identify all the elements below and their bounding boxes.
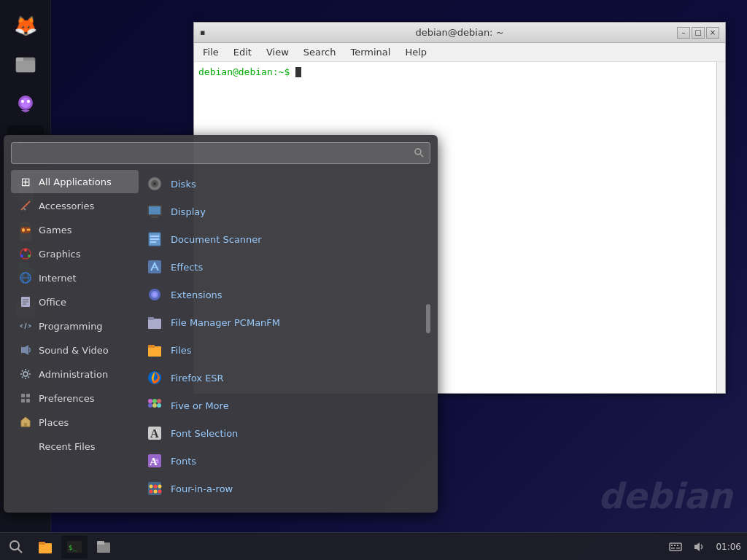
terminal-icon: ▪ <box>200 28 205 37</box>
svg-text:a: a <box>155 456 159 464</box>
svg-rect-69 <box>148 345 155 348</box>
dock-item-files-manager[interactable] <box>7 47 44 83</box>
search-input[interactable] <box>18 148 414 159</box>
category-all[interactable]: ⊞ All Applications <box>11 170 139 193</box>
taskbar-app-finder[interactable] <box>3 535 29 559</box>
terminal-menu-search[interactable]: Search <box>298 45 342 59</box>
app-item-files[interactable]: Files <box>139 336 427 364</box>
category-places[interactable]: Places <box>11 411 139 434</box>
category-office[interactable]: Office <box>11 290 139 314</box>
app-item-display[interactable]: Display <box>139 198 427 225</box>
svg-point-85 <box>158 485 162 489</box>
svg-rect-58 <box>150 236 159 237</box>
app-item-five-or-more[interactable]: Five or More <box>139 392 427 419</box>
app-name-firefox-esr: Firefox ESR <box>171 373 224 384</box>
category-sound-video[interactable]: Sound & Video <box>11 338 139 362</box>
app-item-document-scanner[interactable]: Document Scanner <box>139 225 427 253</box>
category-preferences[interactable]: Preferences <box>11 386 139 410</box>
app-item-font-selection[interactable]: A Font Selection <box>139 419 427 447</box>
app-item-disks[interactable]: Disks <box>139 170 427 198</box>
places-icon <box>18 415 33 429</box>
terminal-menu-file[interactable]: File <box>197 45 225 59</box>
app-name-files: Files <box>171 345 192 356</box>
taskbar-right: 01:06 <box>666 539 744 555</box>
taskbar-terminal[interactable]: $_ <box>61 535 88 559</box>
category-games[interactable]: Games <box>11 218 139 241</box>
menu-body: ⊞ All Applications Accessories <box>11 170 430 505</box>
app-item-four-in-a-row[interactable]: Four-in-a-row <box>139 475 427 502</box>
svg-rect-100 <box>677 545 678 546</box>
all-apps-icon: ⊞ <box>18 174 33 189</box>
terminal-menu-help[interactable]: Help <box>399 45 433 59</box>
taskbar: $_ <box>0 532 747 560</box>
svg-text:$_: $_ <box>69 544 77 551</box>
svg-point-34 <box>28 254 31 257</box>
svg-point-86 <box>150 490 153 494</box>
svg-point-44 <box>23 372 28 376</box>
svg-rect-66 <box>148 319 161 329</box>
dock-item-pidgin[interactable] <box>7 86 44 122</box>
taskbar-keyboard[interactable] <box>666 539 685 555</box>
svg-point-75 <box>152 403 157 408</box>
app-item-firefox-esr[interactable]: Firefox ESR <box>139 364 427 392</box>
apps-list[interactable]: Disks Display <box>139 170 430 505</box>
svg-rect-92 <box>39 542 45 545</box>
graphics-icon <box>18 246 33 261</box>
dock-item-firefox[interactable]: 🦊 <box>7 7 44 44</box>
app-icon-four-in-a-row <box>146 480 163 497</box>
terminal-titlebar: ▪ debian@debian: ~ – □ × <box>194 23 725 43</box>
terminal-menu-edit[interactable]: Edit <box>228 45 258 59</box>
category-accessories[interactable]: Accessories <box>11 194 139 217</box>
svg-point-30 <box>28 229 31 231</box>
terminal-menubar: File Edit View Search Terminal Help <box>194 43 725 62</box>
svg-point-71 <box>148 399 152 403</box>
terminal-minimize-button[interactable]: – <box>677 27 690 39</box>
taskbar-volume[interactable] <box>689 539 708 555</box>
category-places-label: Places <box>39 417 69 428</box>
category-programming[interactable]: Programming <box>11 314 139 338</box>
svg-point-52 <box>153 182 156 185</box>
svg-rect-98 <box>671 545 673 546</box>
svg-point-5 <box>21 100 24 103</box>
taskbar-file-manager[interactable] <box>90 535 117 559</box>
svg-rect-96 <box>97 541 104 545</box>
app-icon-font-selection: A <box>146 424 163 442</box>
svg-text:A: A <box>150 427 159 440</box>
terminal-maximize-button[interactable]: □ <box>692 27 705 39</box>
accessories-icon <box>18 198 33 213</box>
programming-icon <box>18 319 33 333</box>
category-programming-label: Programming <box>39 321 103 332</box>
category-administration[interactable]: Administration <box>11 362 139 386</box>
svg-rect-97 <box>670 543 681 551</box>
app-name-effects: Effects <box>171 262 203 273</box>
terminal-title: debian@debian: ~ <box>415 27 503 38</box>
terminal-close-button[interactable]: × <box>706 27 719 39</box>
taskbar-files[interactable] <box>32 535 58 559</box>
svg-point-76 <box>157 403 161 408</box>
category-graphics[interactable]: Graphics <box>11 242 139 265</box>
taskbar-clock[interactable]: 01:06 <box>713 540 744 553</box>
app-icon-files <box>146 341 163 359</box>
terminal-menu-terminal[interactable]: Terminal <box>344 45 396 59</box>
svg-line-42 <box>25 323 26 329</box>
svg-rect-47 <box>21 399 25 402</box>
app-item-fonts[interactable]: A a Fonts <box>139 447 427 475</box>
app-icon-document-scanner <box>146 230 163 248</box>
app-item-extensions[interactable]: Extensions <box>139 281 427 308</box>
terminal-scrollbar[interactable] <box>716 62 725 393</box>
app-item-effects[interactable]: Effects <box>139 253 427 281</box>
app-item-file-manager[interactable]: File Manager PCManFM <box>139 308 427 336</box>
svg-line-90 <box>18 548 22 553</box>
svg-point-88 <box>158 490 162 494</box>
svg-marker-103 <box>694 542 700 551</box>
internet-icon <box>18 271 33 285</box>
terminal-menu-view[interactable]: View <box>260 45 295 59</box>
svg-point-33 <box>20 254 23 257</box>
app-icon-display <box>146 203 163 220</box>
category-recent[interactable]: Recent Files <box>11 435 139 458</box>
category-internet[interactable]: Internet <box>11 266 139 289</box>
svg-point-73 <box>157 399 161 403</box>
app-name-fonts: Fonts <box>171 456 196 467</box>
category-administration-label: Administration <box>39 369 108 380</box>
app-finder-icon <box>7 538 25 556</box>
